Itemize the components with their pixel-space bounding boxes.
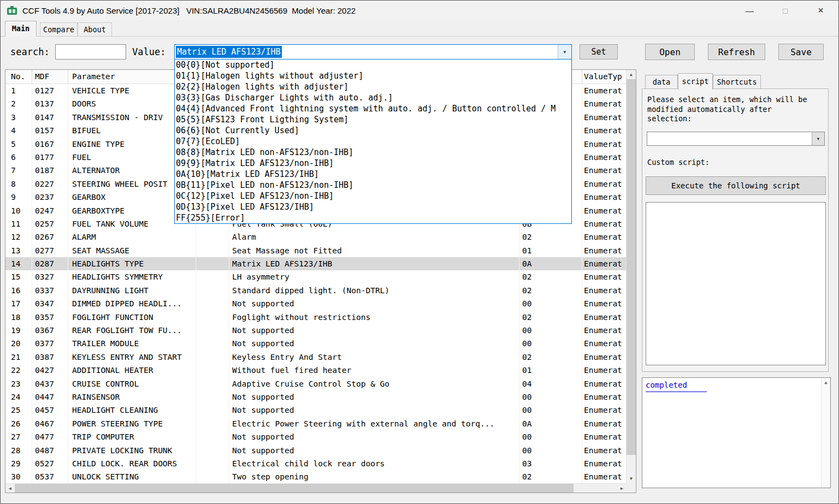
cell-hex: 00 [519, 337, 582, 350]
open-button[interactable]: Open [645, 44, 695, 60]
table-horizontal-scrollbar[interactable]: ◀ ▶ [5, 483, 627, 493]
dropdown-option[interactable]: 0C{12}[Pixel LED AFS123/non-IHB] [175, 191, 571, 201]
cell-hex: 02 [519, 230, 582, 244]
cell-no: 20 [5, 337, 32, 350]
dropdown-option[interactable]: 05{5}[AFS123 Front Ligthing System] [175, 114, 571, 125]
vertical-scroll-thumb[interactable] [627, 79, 636, 455]
dropdown-option[interactable]: FF{255}[Error] [175, 212, 571, 223]
cell-value: Standard dipped light. (Non-DTRL) [229, 284, 519, 297]
dropdown-option[interactable]: 02{2}[Halogen lights with adjuster] [175, 81, 571, 92]
cell-valuetype: Enumerat [582, 284, 627, 297]
tab-compare[interactable]: Compare [40, 22, 78, 37]
refresh-button[interactable]: Refresh [708, 44, 765, 60]
cell-mdf: 0487 [32, 444, 68, 457]
value-dropdown-list: 00{0}[Not supported] 01{1}[Halogen light… [174, 59, 572, 224]
dropdown-option[interactable]: 06{6}[Not Currently Used] [175, 125, 571, 136]
table-row[interactable]: 27 0477 TRIP COMPUTER Not supported 00 E… [5, 430, 627, 443]
cell-parameter: TRAILER MODULE [68, 337, 196, 350]
header-no[interactable]: No. [5, 70, 32, 84]
cell-value: Not supported [229, 444, 519, 457]
custom-script-textarea[interactable] [646, 202, 826, 365]
dropdown-option[interactable]: 09{9}[Matrix LED AFS123/non-IHB] [175, 158, 571, 169]
table-row[interactable]: 29 0527 CHILD LOCK. REAR DOORS Electrica… [5, 457, 627, 470]
tab-shortcuts[interactable]: Shortcuts [713, 75, 761, 89]
scroll-up-icon[interactable]: ▲ [822, 378, 830, 387]
scroll-down-icon[interactable]: ▼ [627, 474, 636, 483]
table-row[interactable]: 25 0457 HEADLIGHT CLEANING Not supported… [5, 404, 627, 417]
cell-valuetype: Enumerat [582, 311, 627, 324]
scroll-left-icon[interactable]: ◀ [5, 484, 15, 493]
window-title: CCF Tools 4.9 by Auto Service [2017-2023… [22, 6, 356, 15]
value-combobox[interactable]: Matrix LED AFS123/IHB ▼ [174, 44, 572, 60]
item-select-combobox[interactable]: ▼ [647, 132, 825, 146]
table-row[interactable]: 19 0367 REAR FOGLIGHT TOW FU... Not supp… [5, 324, 627, 337]
cell-no: 10 [5, 204, 32, 217]
table-row[interactable]: 26 0467 POWER STEERING TYPE Electric Pow… [5, 417, 627, 430]
tab-script[interactable]: script [678, 73, 713, 90]
cell-value: Seat Massage not Fitted [229, 244, 519, 257]
cell-valuetype: Enumerat [582, 351, 627, 364]
header-mdf[interactable]: MDF [32, 70, 68, 84]
cell-parameter: HEADLIGHTS SYMMETRY [68, 270, 196, 283]
header-valuetype[interactable]: ValueTyp [582, 70, 627, 84]
dropdown-option[interactable]: 04{4}[Advanced Front lightning system wi… [175, 103, 571, 114]
cell-valuetype: Enumerat [582, 257, 627, 270]
cell-valuetype: Enumerat [582, 244, 627, 257]
chevron-down-icon[interactable]: ▼ [558, 45, 571, 59]
table-row[interactable]: 21 0387 KEYLESS ENTRY AND START Keyless … [5, 351, 627, 364]
dropdown-option[interactable]: 01{1}[Halogen lights without adjuster] [175, 70, 571, 81]
horizontal-scroll-thumb[interactable] [15, 484, 574, 493]
cell-parameter: FOGLIGHT FUNCTION [68, 311, 196, 324]
tab-about[interactable]: About [78, 22, 112, 37]
table-row[interactable]: 28 0487 PRIVATE LOCKING TRUNK Not suppor… [5, 444, 627, 457]
cell-valuetype: Enumerat [582, 297, 627, 310]
table-row[interactable]: 22 0427 ADDITIONAL HEATER Without fuel f… [5, 364, 627, 377]
script-output-box[interactable]: completed ▲ [642, 377, 831, 488]
maximize-button[interactable]: □ [767, 1, 803, 20]
dropdown-option[interactable]: 08{8}[Matrix LED non-AFS123/non-IHB] [175, 147, 571, 158]
cell-no: 6 [5, 151, 32, 164]
scroll-up-icon[interactable]: ▲ [627, 70, 636, 79]
cell-mdf: 0467 [32, 417, 68, 430]
table-row[interactable]: 24 0447 RAINSENSOR Not supported 00 Enum… [5, 390, 627, 404]
table-row[interactable]: 16 0337 DAYRUNNING LIGHT Standard dipped… [5, 284, 627, 297]
cell-valuetype: Enumerat [582, 138, 627, 151]
tab-data[interactable]: data [645, 75, 678, 89]
scroll-right-icon[interactable]: ▶ [617, 484, 627, 493]
table-row[interactable]: 12 0267 ALARM Alarm 02 Enumerat [5, 230, 627, 244]
cell-value: Foglight without restrictions [229, 311, 519, 324]
tab-main[interactable]: Main [5, 21, 37, 37]
cell-parameter: DIMMED DIPPED HEADLI... [68, 297, 196, 310]
output-scrollbar[interactable]: ▲ [821, 378, 830, 488]
dropdown-option[interactable]: 0A{10}[Matrix LED AFS123/IHB] [175, 169, 571, 180]
table-row[interactable]: 14 0287 HEADLIGHTS TYPE Matrix LED AFS12… [5, 257, 627, 270]
save-button[interactable]: Save [778, 44, 824, 60]
cell-value: Not supported [229, 324, 519, 337]
table-row[interactable]: 18 0357 FOGLIGHT FUNCTION Foglight witho… [5, 311, 627, 324]
set-button[interactable]: Set [580, 44, 618, 60]
table-row[interactable]: 13 0277 SEAT MASSAGE Seat Massage not Fi… [5, 244, 627, 257]
cell-value: Not supported [229, 430, 519, 443]
table-vertical-scrollbar[interactable]: ▲ ▼ [626, 70, 636, 483]
cell-valuetype: Enumerat [582, 111, 627, 124]
table-row[interactable]: 15 0327 HEADLIGHTS SYMMETRY LH asymmetry… [5, 270, 627, 283]
dropdown-option[interactable]: 00{0}[Not supported] [175, 60, 571, 70]
execute-script-button[interactable]: Execute the following script [646, 176, 826, 195]
custom-script-label: Custom script: [647, 158, 710, 167]
dropdown-option[interactable]: 0D{13}[Pixel LED AFS123/IHB] [175, 201, 571, 212]
table-row[interactable]: 20 0377 TRAILER MODULE Not supported 00 … [5, 337, 627, 350]
chevron-down-icon[interactable]: ▼ [812, 132, 824, 145]
search-input[interactable] [55, 44, 126, 60]
close-button[interactable]: × [803, 1, 838, 20]
scrollbar-corner [626, 483, 636, 493]
dropdown-option[interactable]: 0B{11}[Pixel LED non-AFS123/non-IHB] [175, 180, 571, 191]
cell-valuetype: Enumerat [582, 444, 627, 457]
minimize-button[interactable]: — [732, 1, 767, 20]
table-row[interactable]: 23 0437 CRUISE CONTROL Adaptive Cruise C… [5, 377, 627, 390]
table-row[interactable]: 17 0347 DIMMED DIPPED HEADLI... Not supp… [5, 297, 627, 310]
dropdown-option[interactable]: 03{3}[Gas Discharger Lights with auto. a… [175, 92, 571, 103]
table-row[interactable]: 30 0537 UNLOCK SETTING Two step opening … [5, 470, 627, 483]
cell-no: 23 [5, 377, 32, 390]
cell-blank [196, 364, 229, 377]
dropdown-option[interactable]: 07{7}[EcoLED] [175, 136, 571, 147]
